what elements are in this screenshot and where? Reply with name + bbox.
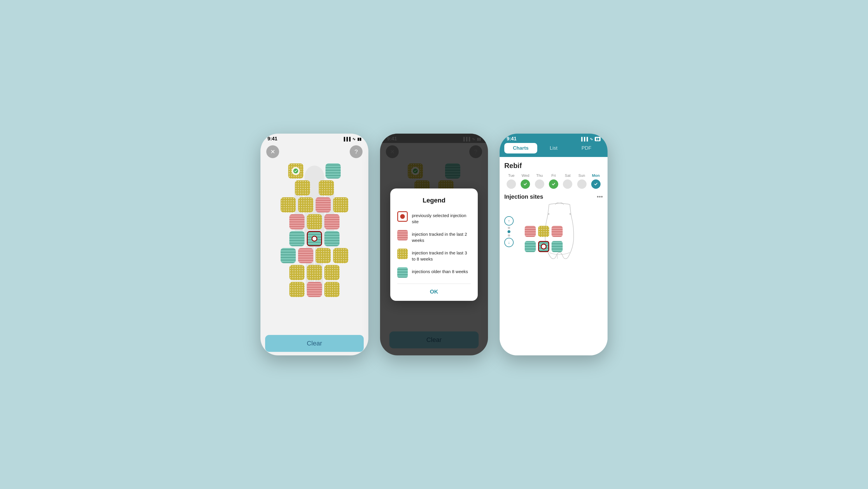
site-5-2[interactable]: [316, 248, 331, 263]
site-6-2[interactable]: [324, 265, 340, 280]
site-4-1-selected[interactable]: [307, 231, 322, 246]
day-circle-sun[interactable]: [577, 179, 587, 189]
legend-modal: Legend previously selected injection sit…: [390, 188, 478, 301]
grid-row-0: [288, 163, 341, 179]
grid-row-5: [281, 248, 348, 263]
phone1: 9:41 ▐▐▐ ∿ ▮▮ ✕ ?: [260, 134, 368, 355]
more-dots-button[interactable]: •••: [597, 193, 603, 200]
clear-button-1[interactable]: Clear: [265, 335, 364, 352]
small-site-teal-right[interactable]: [552, 241, 563, 252]
modal-title: Legend: [397, 197, 471, 204]
site-5-0[interactable]: [281, 248, 296, 263]
site-7-2[interactable]: [324, 282, 340, 297]
small-selected-dot: [541, 244, 547, 249]
ok-button[interactable]: OK: [397, 284, 471, 295]
small-site-yellow-center[interactable]: [538, 226, 549, 237]
day-circle-mon[interactable]: [591, 179, 600, 189]
day-circle-wed[interactable]: [521, 179, 530, 189]
battery-icon-3: ▮▮: [595, 137, 600, 141]
scroll-up-button[interactable]: ↑: [504, 216, 514, 225]
status-icons-1: ▐▐▐ ∿ ▮▮: [342, 137, 361, 141]
day-label-tue: Tue: [508, 173, 515, 178]
site-7-0[interactable]: [289, 282, 305, 297]
site-2-1[interactable]: [298, 197, 313, 212]
day-circle-sat[interactable]: [563, 179, 572, 189]
grid-row-7: [289, 282, 340, 297]
site-1-0[interactable]: [295, 180, 310, 195]
day-label-mon: Mon: [592, 173, 600, 178]
side-dots: [507, 227, 510, 237]
site-3-1[interactable]: [307, 214, 322, 229]
legend-item-0: previously selected injection site: [397, 211, 471, 225]
injection-panel: ↑ ↓: [504, 203, 603, 261]
legend-text-0: previously selected injection site: [412, 211, 471, 225]
close-button-1[interactable]: ✕: [266, 145, 279, 158]
day-sun: Sun: [575, 173, 589, 189]
small-site-selected[interactable]: [538, 241, 549, 252]
site-4-0[interactable]: [289, 231, 305, 246]
legend-icon-teal-stripe: [397, 267, 408, 278]
site-7-1[interactable]: [307, 282, 322, 297]
legend-text-1: injection tracked in the last 2 weeks: [412, 230, 471, 243]
small-site-teal-left[interactable]: [525, 241, 536, 252]
site-5-3[interactable]: [333, 248, 348, 263]
help-button-1[interactable]: ?: [350, 145, 363, 158]
tab-list[interactable]: List: [537, 143, 570, 153]
grid-row-4: [289, 231, 340, 246]
site-2-0[interactable]: [281, 197, 296, 212]
side-dot-1: [508, 227, 510, 229]
tab-pdf[interactable]: PDF: [570, 143, 603, 153]
signal-icon-3: ▐▐▐: [580, 137, 588, 141]
battery-icon: ▮▮: [357, 137, 361, 141]
tab-charts[interactable]: Charts: [504, 143, 537, 153]
day-label-fri: Fri: [551, 173, 556, 178]
svg-point-9: [569, 213, 571, 215]
site-2-3[interactable]: [333, 197, 348, 212]
legend-icon-yellow-dot: [397, 249, 408, 259]
small-site-pink-left[interactable]: [525, 226, 536, 237]
phone3: 9:41 ▐▐▐ ∿ ▮▮ Charts List PDF Rebif Tue …: [500, 134, 608, 355]
nav-tabs: Charts List PDF: [500, 143, 608, 157]
med-name: Rebif: [504, 162, 603, 170]
day-label-sun: Sun: [578, 173, 585, 178]
legend-item-3: injections older than 8 weeks: [397, 267, 471, 278]
status-bar-3: 9:41 ▐▐▐ ∿ ▮▮: [500, 134, 608, 143]
side-dot-2: [507, 230, 510, 233]
site-0-2[interactable]: [326, 163, 341, 179]
site-3-2[interactable]: [324, 214, 340, 229]
small-site-pink-right[interactable]: [552, 226, 563, 237]
injection-grid-1: [260, 160, 368, 300]
site-0-0[interactable]: [288, 163, 303, 179]
day-wed: Wed: [518, 173, 532, 189]
wifi-icon: ∿: [352, 137, 355, 141]
scroll-down-button[interactable]: ↓: [504, 238, 514, 247]
day-circle-thu[interactable]: [535, 179, 544, 189]
wifi-icon-3: ∿: [590, 137, 593, 141]
legend-icon-red-dot: [397, 211, 408, 222]
site-6-0[interactable]: [289, 265, 305, 280]
check-0-0: [292, 167, 300, 175]
day-fri: Fri: [547, 173, 561, 189]
legend-item-1: injection tracked in the last 2 weeks: [397, 230, 471, 243]
days-row: Tue Wed Thu Fri: [504, 173, 603, 189]
day-label-wed: Wed: [522, 173, 529, 178]
signal-icon: ▐▐▐: [342, 137, 350, 141]
site-6-1[interactable]: [307, 265, 322, 280]
site-2-2[interactable]: [316, 197, 331, 212]
phone-content: Rebif Tue Wed Thu Fri: [500, 157, 608, 355]
day-tue: Tue: [504, 173, 518, 189]
modal-overlay: Legend previously selected injection sit…: [380, 134, 488, 355]
site-3-0[interactable]: [289, 214, 305, 229]
svg-point-8: [548, 213, 550, 215]
time-1: 9:41: [268, 136, 277, 142]
site-4-2[interactable]: [324, 231, 340, 246]
legend-text-3: injections older than 8 weeks: [412, 267, 468, 275]
side-dot-3: [508, 234, 510, 237]
day-sat: Sat: [561, 173, 575, 189]
grid-row-2: [281, 197, 348, 212]
day-circle-fri[interactable]: [549, 179, 558, 189]
day-circle-tue[interactable]: [507, 179, 516, 189]
site-1-2[interactable]: [319, 180, 334, 195]
time-3: 9:41: [507, 136, 517, 142]
site-5-1[interactable]: [298, 248, 313, 263]
